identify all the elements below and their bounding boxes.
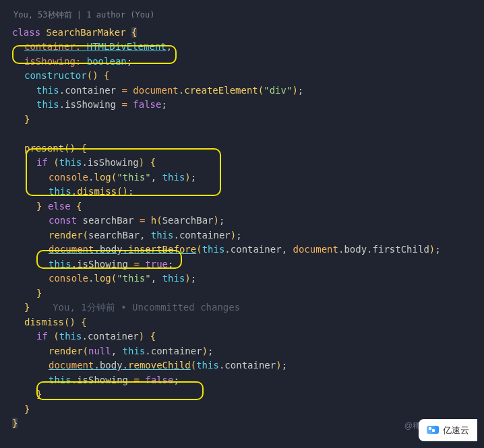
provider-badge: 亿速云 [419, 419, 477, 442]
code-line[interactable]: class SearchBarMaker { [12, 26, 484, 40]
code-line[interactable]: constructor() { [12, 69, 484, 84]
code-line[interactable]: } [12, 286, 484, 301]
code-line[interactable]: document.body.removeChild(this.container… [12, 358, 484, 373]
code-line[interactable]: } [12, 387, 484, 402]
cloud-icon [427, 426, 439, 434]
code-line[interactable]: } [12, 113, 484, 127]
code-line[interactable]: this.dismiss(); [12, 185, 484, 199]
code-line[interactable] [12, 127, 484, 141]
inline-git-annotation: You, 1分钟前 • Uncommitted changes [53, 302, 240, 313]
code-line[interactable]: } You, 1分钟前 • Uncommitted changes [12, 300, 484, 315]
code-line[interactable]: if (this.container) { [12, 329, 484, 344]
code-line[interactable]: console.log("this", this); [12, 271, 484, 286]
code-line[interactable]: const searchBar = h(SearchBar); [12, 214, 484, 228]
badge-label: 亿速云 [443, 423, 469, 438]
code-line[interactable]: } [12, 402, 484, 417]
code-line[interactable]: render(null, this.container); [12, 344, 484, 359]
git-blame-annotation: You, 53秒钟前 | 1 author (You) [12, 8, 484, 26]
code-line[interactable]: } else { [12, 199, 484, 214]
code-line[interactable]: if (this.isShowing) { [12, 156, 484, 170]
code-line[interactable]: present() { [12, 141, 484, 156]
code-line[interactable]: document.body.insertBefore(this.containe… [12, 243, 484, 257]
code-line[interactable]: console.log("this", this); [12, 170, 484, 185]
code-line[interactable]: this.isShowing = true; [12, 257, 484, 272]
code-line[interactable]: render(searchBar, this.container); [12, 228, 484, 243]
code-line[interactable]: this.isShowing = false; [12, 373, 484, 388]
code-line[interactable]: this.isShowing = false; [12, 98, 484, 113]
code-line[interactable]: container: HTMLDivElement; [12, 40, 484, 55]
code-line[interactable]: dismiss() { [12, 315, 484, 330]
code-line[interactable]: isShowing: boolean; [12, 55, 484, 69]
code-line[interactable]: this.container = document.createElement(… [12, 84, 484, 98]
code-editor[interactable]: You, 53秒钟前 | 1 author (You) class Search… [0, 0, 484, 431]
